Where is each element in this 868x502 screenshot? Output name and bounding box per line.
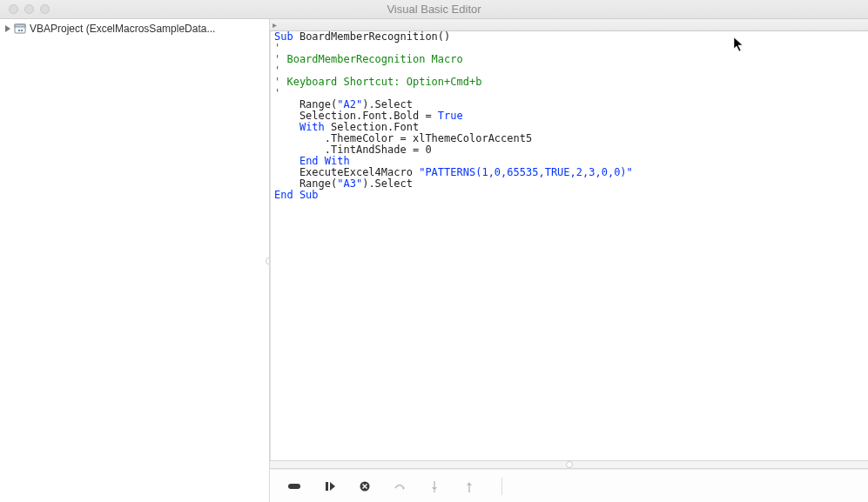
main-area: VBAProject (ExcelMacrosSampleData... ▸ S… bbox=[0, 19, 868, 502]
immediate-splitter[interactable] bbox=[270, 460, 868, 469]
close-window-button[interactable] bbox=[9, 4, 18, 14]
procedure-ruler: ▸ bbox=[270, 19, 868, 31]
svg-point-13 bbox=[434, 491, 435, 492]
horizontal-splitter-handle[interactable] bbox=[566, 461, 573, 468]
svg-rect-5 bbox=[326, 482, 328, 491]
code-editor[interactable]: Sub BoardMemberRecognition() ' ' BoardMe… bbox=[270, 31, 868, 460]
disclosure-triangle-icon[interactable] bbox=[5, 25, 10, 32]
pause-button[interactable] bbox=[322, 479, 338, 494]
svg-marker-12 bbox=[432, 487, 437, 491]
code-text[interactable]: Sub BoardMemberRecognition() ' ' BoardMe… bbox=[271, 31, 868, 201]
run-button[interactable] bbox=[287, 479, 303, 494]
window-title: Visual Basic Editor bbox=[0, 3, 868, 16]
svg-rect-1 bbox=[15, 24, 25, 27]
step-into-button[interactable] bbox=[427, 479, 442, 494]
traffic-lights bbox=[0, 4, 50, 14]
zoom-window-button[interactable] bbox=[40, 4, 50, 14]
step-out-button[interactable] bbox=[461, 479, 477, 494]
vertical-splitter-handle[interactable] bbox=[266, 257, 270, 264]
minimize-window-button[interactable] bbox=[24, 4, 34, 14]
svg-rect-4 bbox=[288, 484, 300, 489]
svg-point-3 bbox=[21, 30, 23, 31]
svg-marker-6 bbox=[330, 482, 335, 491]
project-explorer: VBAProject (ExcelMacrosSampleData... bbox=[0, 19, 270, 502]
project-root-item[interactable]: VBAProject (ExcelMacrosSampleData... bbox=[0, 19, 269, 38]
procedure-marker-icon: ▸ bbox=[273, 20, 277, 30]
svg-marker-15 bbox=[467, 482, 472, 485]
svg-point-2 bbox=[18, 30, 20, 31]
svg-point-16 bbox=[468, 491, 470, 492]
project-root-label: VBAProject (ExcelMacrosSampleData... bbox=[30, 23, 215, 35]
editor-panel: ▸ Sub BoardMemberRecognition() ' ' Board… bbox=[270, 19, 868, 502]
stop-button[interactable] bbox=[357, 479, 373, 494]
debug-toolbar bbox=[270, 469, 868, 502]
step-over-button[interactable] bbox=[392, 479, 407, 494]
titlebar: Visual Basic Editor bbox=[0, 0, 868, 19]
toolbar-separator bbox=[501, 478, 502, 495]
vba-project-icon bbox=[14, 23, 26, 35]
